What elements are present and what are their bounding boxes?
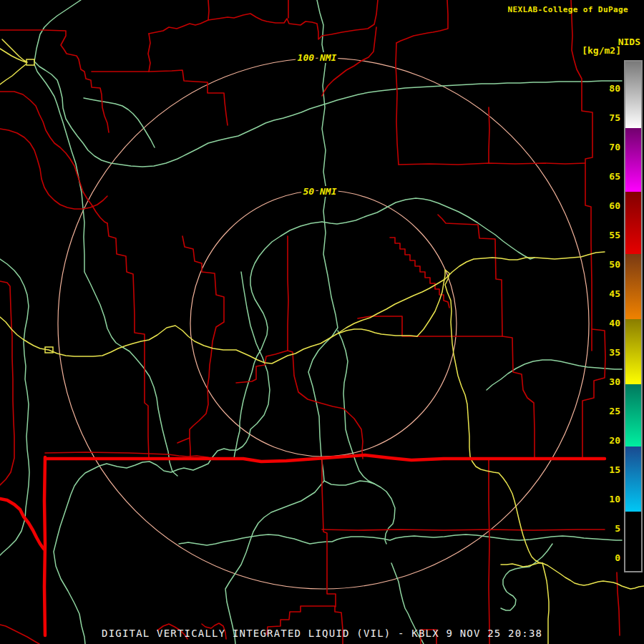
radar-display: 100 NMI50 NMI NEXLAB-College of DuPage N… <box>0 0 644 644</box>
brand: NEXLAB-College of DuPage <box>507 4 642 15</box>
county-boundary-line <box>322 530 605 530</box>
county-boundary-line <box>396 0 448 43</box>
colorbar-tick: 65 <box>587 171 620 182</box>
highway-line <box>417 270 542 563</box>
colorbar-tick: 10 <box>587 494 620 505</box>
county-boundary-line <box>399 163 585 165</box>
county-boundary-line <box>190 263 224 459</box>
colorbar-tick: 70 <box>587 142 620 153</box>
county-boundary-line <box>0 625 39 644</box>
colorbar-tick: 0 <box>587 552 620 564</box>
river-line <box>234 222 322 459</box>
county-boundary-line <box>617 572 620 635</box>
county-boundary-line <box>489 107 489 163</box>
highway-line <box>0 252 605 364</box>
county-boundary-line <box>149 70 228 125</box>
county-boundary-line <box>396 43 399 165</box>
county-boundary-line <box>571 0 605 458</box>
colorbar-tick: 30 <box>587 376 620 388</box>
river-line <box>308 0 338 481</box>
colorbar-tick: 80 <box>587 83 620 94</box>
river-line <box>324 481 395 544</box>
colorbar-tick: 15 <box>587 464 620 476</box>
county-boundary-line <box>177 438 190 443</box>
river-line <box>34 64 177 476</box>
highway-line <box>542 563 549 644</box>
radar-map-canvas: 100 NMI50 NMI <box>0 0 644 644</box>
county-boundary-line <box>322 460 336 607</box>
colorbar-tick: 55 <box>587 230 620 241</box>
state-boundary-line <box>45 455 605 462</box>
highway-line <box>0 64 26 84</box>
colorbar-tick: 25 <box>587 406 620 417</box>
river-line <box>179 535 622 545</box>
product-status-text: DIGITAL VERTICALLY INTEGRATED LIQUID (VI… <box>102 628 542 639</box>
county-boundary-line <box>489 459 489 644</box>
county-boundary-line <box>182 236 202 263</box>
range-ring-label: 100 NMI <box>298 52 337 63</box>
county-boundary-line <box>0 92 107 223</box>
county-boundary-line <box>149 0 209 34</box>
legend-title: NIDS <box>618 36 640 47</box>
river-line <box>338 331 374 484</box>
range-ring <box>190 190 457 457</box>
legend-units: [kg/m2] <box>582 45 621 56</box>
range-ring-label: 50 NMI <box>303 186 337 197</box>
colorbar-tick: 40 <box>587 318 620 329</box>
highway-line <box>338 329 417 336</box>
county-boundary-line <box>0 30 109 132</box>
county-boundary-line <box>0 281 14 485</box>
box-arrow-icon <box>630 4 642 15</box>
vil-colorbar <box>624 60 643 572</box>
colorbar-tick: 20 <box>587 435 620 447</box>
county-boundary-line <box>148 34 150 72</box>
colorbar-tick: 50 <box>587 259 620 270</box>
colorbar-tick: 35 <box>587 347 620 358</box>
highway-line <box>2 39 27 62</box>
highway-line <box>501 563 542 567</box>
river-line <box>34 0 622 167</box>
colorbar-tick: 45 <box>587 288 620 300</box>
brand-text: NEXLAB-College of DuPage <box>507 5 628 14</box>
county-boundary-line <box>208 0 378 39</box>
river-line <box>84 98 155 147</box>
colorbar-tick: 75 <box>587 112 620 124</box>
state-boundary-line <box>44 457 45 635</box>
river-line <box>225 481 324 644</box>
county-boundary-line <box>288 236 363 459</box>
county-boundary-line <box>0 129 107 209</box>
state-boundary-line <box>0 499 44 549</box>
river-line <box>0 259 29 555</box>
colorbar-tick: 60 <box>587 200 620 212</box>
river-line <box>322 198 535 259</box>
colorbar-tick: 5 <box>587 523 620 535</box>
river-line <box>501 544 552 610</box>
